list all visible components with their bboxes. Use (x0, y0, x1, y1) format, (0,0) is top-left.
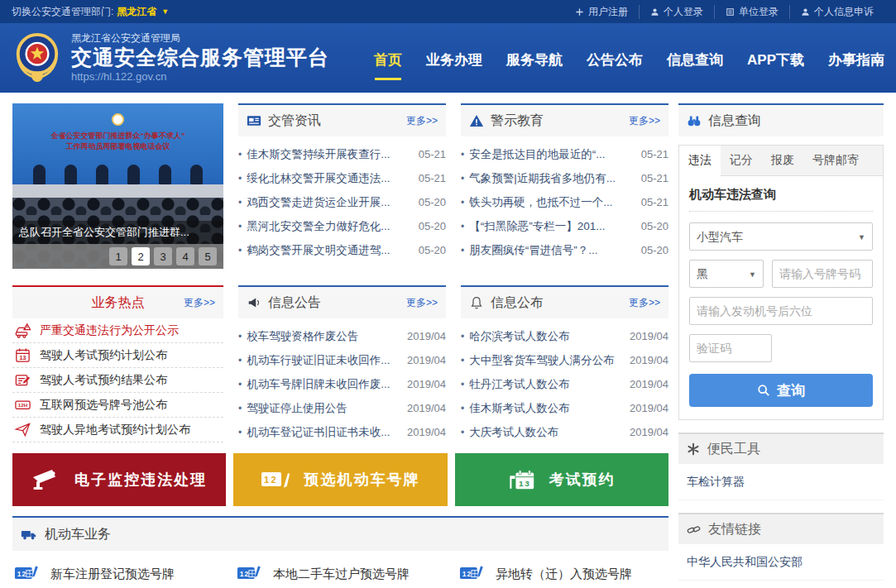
mps-link[interactable]: 中华人民共和国公安部 (678, 544, 884, 581)
violation-car-icon (14, 322, 31, 339)
paper-plane-icon (14, 421, 31, 438)
list-item: 驾驶人考试预约结果公布 (12, 368, 223, 393)
vehicle-inspection-calculator-link[interactable]: 车检计算器 (678, 464, 884, 500)
carousel-caption[interactable]: 总队召开全省公安交管部门推进群... (12, 221, 223, 244)
site-url: https://hl.122.gov.cn (71, 70, 329, 84)
notice-more-link[interactable]: 更多>> (406, 296, 438, 310)
notice-link[interactable]: 机动车登记证书旧证书未收... (247, 425, 400, 440)
warning-link[interactable]: 铁头功再硬，也抵不过一个... (469, 195, 635, 210)
personal-info-appeal-link[interactable]: 个人信息申诉 (789, 5, 884, 19)
svg-text:12H: 12H (18, 402, 28, 408)
nav-handling-guide[interactable]: 办事指南 (828, 50, 884, 69)
publish-link[interactable]: 大中型客货车驾驶人满分公布 (469, 353, 623, 368)
organization-icon (726, 7, 735, 17)
vehicle-business-link[interactable]: 新车注册登记预选号牌 (50, 564, 196, 582)
police-badge-logo (12, 31, 63, 84)
switch-label: 切换公安交通管理部门: (12, 5, 113, 19)
warning-more-link[interactable]: 更多>> (629, 114, 660, 128)
query-submit-button[interactable]: 查询 (689, 374, 873, 407)
unit-login-link[interactable]: 单位登录 (714, 5, 789, 19)
news-link[interactable]: 黑河北安交警全力做好危化... (247, 219, 412, 234)
exam-appointment-banner[interactable]: 13 考试预约 (455, 453, 668, 506)
vehicle-business-link[interactable]: 异地转（迁）入预选号牌 (496, 564, 641, 582)
tab-plate-mail[interactable]: 号牌邮寄 (803, 146, 868, 175)
warning-link[interactable]: 气象预警|近期我省多地仍有... (469, 171, 635, 186)
nav-business[interactable]: 业务办理 (426, 50, 482, 69)
traffic-research-institute-link[interactable]: 公安部交通管理科学研究所 (678, 581, 884, 588)
plate-prefix-select[interactable]: 黑 (689, 260, 764, 288)
list-item: •鹤岗交警开展文明交通进驾...05-20 (238, 238, 446, 262)
violation-query-widget: 违法 记分 报废 号牌邮寄 机动车违法查询 小型汽车 黑 (678, 145, 884, 420)
vehicle-business-item: 12 异地转（迁）入预选号牌 (459, 564, 667, 588)
department-switcher[interactable]: 切换公安交通管理部门: 黑龙江省 ▼ (12, 5, 169, 19)
list-item: 严重交通违法行为公开公示 (12, 318, 223, 343)
warning-link[interactable]: 安全是抵达目的地最近的“... (469, 147, 635, 162)
personal-login-link[interactable]: 个人登录 (639, 5, 714, 19)
warning-link[interactable]: 【“扫黑除恶”专栏一】201... (469, 219, 635, 234)
notice-link[interactable]: 校车驾驶资格作废公告 (247, 329, 400, 344)
nav-info-query[interactable]: 信息查询 (667, 50, 723, 69)
surveillance-violation-banner[interactable]: 电子监控违法处理 (12, 453, 226, 506)
nav-home[interactable]: 首页 (374, 50, 402, 69)
vehicle-business-link[interactable]: 本地二手车过户预选号牌 (273, 564, 419, 582)
publish-link[interactable]: 大庆考试人数公布 (469, 425, 623, 440)
svg-text:2: 2 (22, 570, 26, 578)
publish-link[interactable]: 佳木斯考试人数公布 (469, 401, 623, 416)
news-link[interactable]: 佳木斯交警持续开展夜查行... (247, 147, 412, 162)
carousel-page-4[interactable]: 4 (176, 247, 194, 265)
site-header: 黑龙江省公安交通管理局 交通安全综合服务管理平台 https://hl.122.… (0, 23, 896, 93)
carousel-page-5[interactable]: 5 (199, 247, 217, 265)
list-item: •铁头功再硬，也抵不过一个...05-21 (461, 190, 668, 214)
plate-number-input[interactable] (772, 260, 873, 288)
nav-announcements[interactable]: 公告公布 (587, 50, 643, 69)
list-item: 12H 互联网预选号牌号池公布 (12, 393, 223, 418)
warning-link[interactable]: 朋友圈疯传“冒进信号”？... (469, 243, 635, 258)
plate-picker-icon: 12 (14, 564, 42, 583)
news-more-link[interactable]: 更多>> (406, 114, 438, 128)
carousel-page-2[interactable]: 2 (132, 247, 150, 265)
svg-text:2: 2 (271, 475, 278, 485)
hot-more-link[interactable]: 更多>> (184, 296, 215, 310)
preselect-plate-banner[interactable]: 12 预选机动车号牌 (233, 453, 447, 506)
tab-points[interactable]: 记分 (721, 146, 762, 175)
publish-more-link[interactable]: 更多>> (629, 296, 660, 310)
topbar: 切换公安交通管理部门: 黑龙江省 ▼ 用户注册 个人登录 单位登录 个人信息申诉 (0, 0, 896, 23)
notice-link[interactable]: 机动车行驶证旧证未收回作... (247, 353, 400, 368)
org-name: 黑龙江省公安交通管理局 (71, 32, 329, 45)
asterisk-icon (687, 442, 700, 456)
section-title: 机动车业务 (45, 526, 111, 543)
calendar-icon: 13 (14, 347, 31, 364)
nav-app-download[interactable]: APP下载 (747, 50, 804, 69)
tab-scrap[interactable]: 报废 (762, 146, 803, 175)
news-link[interactable]: 鹤岗交警开展文明交通进驾... (247, 243, 412, 258)
calendar-13-icon: 13 (508, 469, 536, 490)
carousel-page-3[interactable]: 3 (154, 247, 172, 265)
news-link[interactable]: 鸡西交警走进货运企业开展... (247, 195, 412, 210)
hot-business-panel: 业务热点 更多>> 严重交通违法行为公开公示 13 驾驶人考试预约计划公布 驾驶… (12, 285, 223, 444)
notice-link[interactable]: 驾驶证停止使用公告 (247, 401, 400, 416)
chain-link-icon (687, 523, 701, 537)
panel-title: 信息公告 (268, 294, 321, 312)
list-item: •佳木斯交警持续开展夜查行...05-21 (238, 142, 446, 166)
notice-link[interactable]: 机动车号牌旧牌未收回作废... (247, 377, 400, 392)
svg-text:1: 1 (264, 475, 271, 485)
captcha-input[interactable] (689, 334, 772, 362)
region-name: 黑龙江省 (117, 5, 156, 19)
carousel-page-1[interactable]: 1 (109, 247, 127, 265)
info-publish-panel: 信息公布 更多>> •哈尔滨考试人数公布2019/04 •大中型客货车驾驶人满分… (461, 285, 668, 444)
register-link[interactable]: 用户注册 (564, 5, 639, 19)
vehicle-type-select[interactable]: 小型汽车 (689, 222, 873, 251)
news-carousel[interactable]: 全省公安交管部门推进群众“办事不求人” 工作再动员再部署电视电话会议 总队召开全… (12, 103, 223, 269)
nav-service-guide[interactable]: 服务导航 (506, 50, 563, 69)
engine-number-input[interactable] (689, 297, 873, 325)
carousel-pager: 1 2 3 4 5 (12, 244, 223, 269)
publish-link[interactable]: 哈尔滨考试人数公布 (469, 329, 623, 344)
svg-text:2: 2 (467, 570, 471, 578)
publish-link[interactable]: 牡丹江考试人数公布 (469, 377, 623, 392)
calendar-pencil-icon (14, 371, 31, 389)
binoculars-icon (687, 113, 702, 128)
tab-violation[interactable]: 违法 (679, 146, 721, 176)
news-link[interactable]: 绥化北林交警开展交通违法... (247, 171, 412, 186)
license-plate-icon: 12H (14, 396, 31, 414)
section-title: 便民工具 (707, 441, 760, 458)
